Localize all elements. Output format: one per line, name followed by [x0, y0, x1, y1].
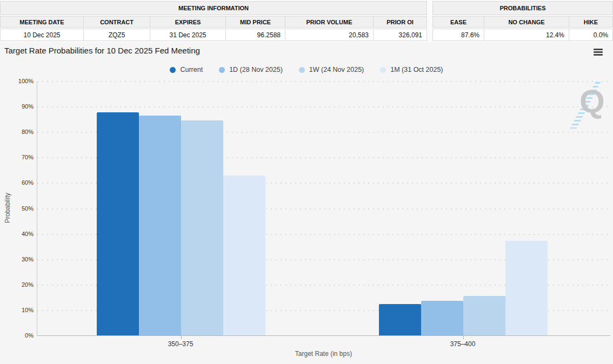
- bar-1w-375–400[interactable]: [463, 296, 505, 335]
- chart-legend: Current1D (28 Nov 2025)1W (24 Nov 2025)1…: [0, 66, 613, 73]
- legend-item-series3[interactable]: 1M (31 Oct 2025): [380, 66, 443, 73]
- gridline: [37, 106, 610, 107]
- probabilities-column-header: EASE: [432, 16, 484, 28]
- y-tick-label: 30%: [1, 256, 34, 262]
- legend-label: 1D (28 Nov 2025): [229, 66, 283, 73]
- x-category-label: 375–400: [430, 340, 495, 348]
- y-tick-label: 50%: [1, 205, 34, 212]
- meeting-info-value-cell: 31 Dec 2025: [150, 29, 226, 41]
- bar-1m-350–375[interactable]: [223, 176, 265, 335]
- y-tick-label: 0%: [1, 332, 34, 339]
- probabilities-value-row: 87.6%12.4%0.0%: [432, 29, 613, 41]
- probabilities-header-row: EASENO CHANGEHIKE: [432, 16, 613, 28]
- y-tick-label: 80%: [1, 129, 34, 135]
- legend-dot-icon: [299, 67, 305, 73]
- y-tick-label: 90%: [1, 103, 34, 110]
- y-tick-label: 10%: [1, 307, 34, 313]
- meeting-info-value-cell: 10 Dec 2025: [0, 29, 84, 41]
- bar-current-350–375[interactable]: [97, 112, 139, 335]
- probabilities-column-header: HIKE: [569, 16, 613, 28]
- meeting-info-column-header: PRIOR VOLUME: [285, 16, 374, 28]
- chart-title: Target Rate Probabilities for 10 Dec 202…: [4, 46, 200, 55]
- legend-dot-icon: [380, 67, 386, 73]
- legend-dot-icon: [219, 67, 225, 73]
- x-category-label: 350–375: [148, 340, 213, 348]
- meeting-info-value-cell: ZQZ5: [84, 29, 150, 41]
- meeting-info-column-header: MID PRICE: [226, 16, 285, 28]
- meeting-info-column-header: EXPIRES: [150, 16, 226, 28]
- legend-label: 1M (31 Oct 2025): [390, 66, 443, 73]
- hamburger-icon: [594, 49, 603, 50]
- bar-1w-350–375[interactable]: [181, 120, 223, 335]
- legend-item-series2[interactable]: 1W (24 Nov 2025): [299, 66, 364, 73]
- chart-menu-button[interactable]: [594, 49, 604, 57]
- y-tick-label: 70%: [1, 154, 34, 160]
- probabilities-column-header: NO CHANGE: [484, 16, 569, 28]
- y-tick-label: 40%: [1, 231, 34, 237]
- bar-current-375–400[interactable]: [379, 304, 421, 335]
- meeting-info-header-row: MEETING DATECONTRACTEXPIRESMID PRICEPRIO…: [0, 16, 427, 28]
- probabilities-value-cell: 12.4%: [484, 29, 569, 41]
- plot-area: [37, 82, 610, 336]
- bar-1d-350–375[interactable]: [139, 116, 181, 335]
- legend-item-current[interactable]: Current: [170, 66, 203, 73]
- y-tick-label: 60%: [1, 179, 34, 186]
- y-tick-label: 20%: [1, 281, 34, 288]
- legend-dot-icon: [170, 67, 176, 73]
- probabilities-value-cell: 87.6%: [432, 29, 484, 41]
- gridline: [37, 81, 610, 82]
- x-axis-title: Target Rate (in bps): [37, 350, 610, 358]
- meeting-info-title: MEETING INFORMATION: [0, 1, 427, 15]
- meeting-info-column-header: PRIOR OI: [374, 16, 427, 28]
- bar-1m-375–400[interactable]: [505, 241, 548, 335]
- legend-label: Current: [180, 66, 203, 73]
- bar-1d-375–400[interactable]: [421, 301, 463, 335]
- legend-item-series1[interactable]: 1D (28 Nov 2025): [219, 66, 283, 73]
- meeting-information-table: MEETING INFORMATIONMEETING DATECONTRACTE…: [0, 1, 427, 41]
- probabilities-title: PROBABILITIES: [432, 1, 613, 15]
- meeting-info-value-cell: 96.2588: [226, 29, 285, 41]
- hamburger-icon: [594, 54, 603, 56]
- x-axis-tick: [463, 336, 464, 339]
- meeting-info-value-cell: 20,583: [285, 29, 374, 41]
- hamburger-icon: [594, 51, 603, 53]
- meeting-info-value-cell: 326,091: [374, 29, 427, 41]
- meeting-info-column-header: MEETING DATE: [0, 16, 84, 28]
- legend-label: 1W (24 Nov 2025): [309, 66, 364, 73]
- y-tick-label: 100%: [1, 78, 34, 84]
- probabilities-value-cell: 0.0%: [569, 29, 613, 41]
- x-axis-tick: [181, 336, 182, 339]
- meeting-info-value-row: 10 Dec 2025ZQZ531 Dec 202596.258820,5833…: [0, 29, 427, 41]
- meeting-info-column-header: CONTRACT: [84, 16, 150, 28]
- fedwatch-page: MEETING INFORMATIONMEETING DATECONTRACTE…: [0, 0, 613, 364]
- probabilities-table: PROBABILITIESEASENO CHANGEHIKE87.6%12.4%…: [432, 1, 613, 41]
